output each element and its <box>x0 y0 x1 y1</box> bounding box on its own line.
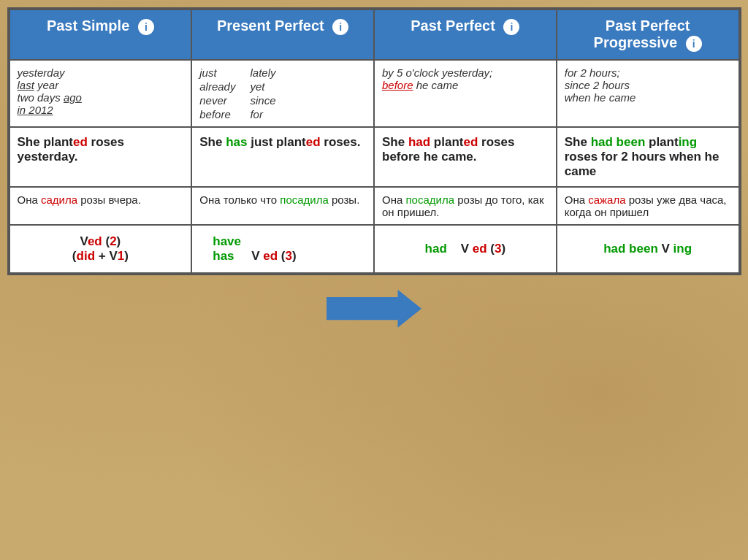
markers-present-perfect: just already never before lately yet sin… <box>191 60 374 127</box>
formula-row: Ved (2) (did + V1) have has V ed (3) had… <box>9 225 739 273</box>
header-past-perfect-progressive: Past Perfect Progressive i <box>557 9 739 60</box>
examples-row: She planted roses yesterday. She has jus… <box>9 127 739 187</box>
russian-past-perfect: Она посадила розы до того, как он пришел… <box>374 187 557 225</box>
markers-row: yesterday last year two days ago in 2012… <box>9 60 739 127</box>
direction-arrow <box>327 290 421 328</box>
example-past-perfect: She had planted roses before he came. <box>374 127 557 187</box>
formula-past-simple: Ved (2) (did + V1) <box>9 225 192 273</box>
russian-present-perfect: Она только что посадила розы. <box>191 187 374 225</box>
russian-past-simple: Она садила розы вчера. <box>9 187 192 225</box>
russian-row: Она садила розы вчера. Она только что по… <box>9 187 739 225</box>
info-icon-present-perfect[interactable]: i <box>332 19 348 35</box>
info-icon-past-perfect[interactable]: i <box>503 19 519 35</box>
example-past-perfect-progressive: She had been planting roses for 2 hours … <box>557 127 739 187</box>
russian-past-perfect-progressive: Она сажала розы уже два часа, когда он п… <box>557 187 739 225</box>
example-present-perfect: She has just planted roses. <box>191 127 374 187</box>
formula-past-perfect: had V ed (3) <box>374 225 557 273</box>
arrow-container <box>327 290 421 328</box>
markers-past-perfect: by 5 o'clock yesterday; before he came <box>374 60 557 127</box>
header-present-perfect: Present Perfect i <box>191 9 374 60</box>
example-past-simple: She planted roses yesterday. <box>9 127 192 187</box>
markers-past-simple: yesterday last year two days ago in 2012 <box>9 60 192 127</box>
markers-past-perfect-progressive: for 2 hours; since 2 hours when he came <box>557 60 739 127</box>
formula-past-perfect-progressive: had been V ing <box>557 225 739 273</box>
info-icon-past-simple[interactable]: i <box>138 19 154 35</box>
formula-present-perfect: have has V ed (3) <box>191 225 374 273</box>
info-icon-past-perfect-progressive[interactable]: i <box>686 36 702 52</box>
header-past-simple: Past Simple i <box>9 9 192 60</box>
grammar-table: Past Simple i Present Perfect i Past Per… <box>7 7 741 275</box>
header-past-perfect: Past Perfect i <box>374 9 557 60</box>
